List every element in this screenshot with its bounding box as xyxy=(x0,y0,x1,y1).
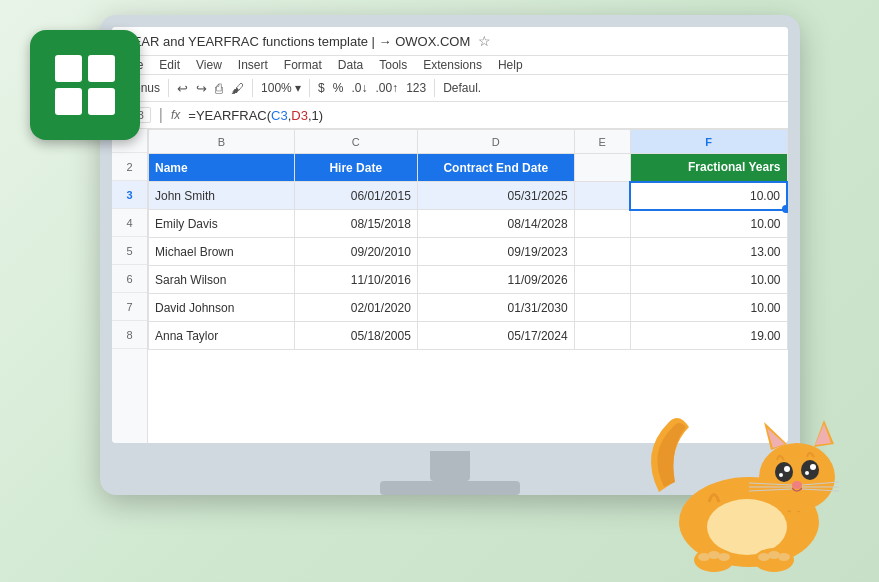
table-row: John Smith 06/01/2015 05/31/2025 10.00 xyxy=(149,182,788,210)
cell-name-7[interactable]: David Johnson xyxy=(149,294,295,322)
header-name[interactable]: Name xyxy=(149,154,295,182)
currency-button[interactable]: $ xyxy=(318,81,325,95)
cell-f-8[interactable]: 19.00 xyxy=(630,322,787,350)
cell-name-8[interactable]: Anna Taylor xyxy=(149,322,295,350)
monitor-base xyxy=(380,481,520,495)
cell-name-5[interactable]: Michael Brown xyxy=(149,238,295,266)
decimal-more-button[interactable]: .00↑ xyxy=(375,81,398,95)
toolbar: Menus ↩ ↪ ⎙ 🖌 100% ▾ $ % .0↓ .00↑ 123 De… xyxy=(112,75,788,102)
cell-hire-5[interactable]: 09/20/2010 xyxy=(294,238,417,266)
toolbar-divider-1 xyxy=(168,79,169,97)
grid-cell-4 xyxy=(88,88,115,115)
cell-hire-6[interactable]: 11/10/2016 xyxy=(294,266,417,294)
cat-eye-shine-right xyxy=(805,471,809,475)
cell-hire-4[interactable]: 08/15/2018 xyxy=(294,210,417,238)
cat-eye-highlight-left xyxy=(784,466,790,472)
row-number-4: 4 xyxy=(112,209,147,237)
menu-data[interactable]: Data xyxy=(338,58,363,72)
toolbar-divider-2 xyxy=(252,79,253,97)
cell-hire-8[interactable]: 05/18/2005 xyxy=(294,322,417,350)
cat-eye-left xyxy=(775,462,793,482)
sheets-logo xyxy=(30,30,140,140)
cell-f-4[interactable]: 10.00 xyxy=(630,210,787,238)
decimal-less-button[interactable]: .0↓ xyxy=(351,81,367,95)
cell-e-7 xyxy=(574,294,630,322)
cell-contract-4[interactable]: 08/14/2028 xyxy=(417,210,574,238)
cell-contract-7[interactable]: 01/31/2030 xyxy=(417,294,574,322)
formula-bar-separator: | xyxy=(159,106,163,124)
table-row: Sarah Wilson 11/10/2016 11/09/2026 10.00 xyxy=(149,266,788,294)
paint-format-icon[interactable]: 🖌 xyxy=(231,81,244,96)
cell-hire-7[interactable]: 02/01/2020 xyxy=(294,294,417,322)
cell-f-6[interactable]: 10.00 xyxy=(630,266,787,294)
undo-icon[interactable]: ↩ xyxy=(177,81,188,96)
cell-name-6[interactable]: Sarah Wilson xyxy=(149,266,295,294)
cat-svg xyxy=(629,392,849,572)
percent-button[interactable]: % xyxy=(333,81,344,95)
cat-decoration xyxy=(629,392,849,572)
formula-display[interactable]: =YEARFRAC(C3,D3,1) xyxy=(188,108,323,123)
row-numbers: 2 3 4 5 6 7 8 xyxy=(112,129,148,443)
menu-bar: File Edit View Insert Format Data Tools … xyxy=(112,56,788,75)
menu-insert[interactable]: Insert xyxy=(238,58,268,72)
cell-contract-6[interactable]: 11/09/2026 xyxy=(417,266,574,294)
formula-c3: C3 xyxy=(271,108,288,123)
table-row: David Johnson 02/01/2020 01/31/2030 10.0… xyxy=(149,294,788,322)
print-icon[interactable]: ⎙ xyxy=(215,81,223,96)
format-123-button[interactable]: 123 xyxy=(406,81,426,95)
cell-f-3-selected[interactable]: 10.00 xyxy=(630,182,787,210)
cell-f-3-value: 10.00 xyxy=(750,189,780,203)
font-selector[interactable]: Defaul. xyxy=(443,81,481,95)
grid-cell-2 xyxy=(88,55,115,82)
header-fractional-years[interactable]: Fractional Years xyxy=(630,154,787,182)
cell-f-7[interactable]: 10.00 xyxy=(630,294,787,322)
sheets-grid-icon xyxy=(55,55,115,115)
cat-eye-shine-left xyxy=(779,473,783,477)
col-header-e[interactable]: E xyxy=(574,130,630,154)
menu-format[interactable]: Format xyxy=(284,58,322,72)
cell-f-5[interactable]: 13.00 xyxy=(630,238,787,266)
table-row: Anna Taylor 05/18/2005 05/17/2024 19.00 xyxy=(149,322,788,350)
monitor-stand xyxy=(430,451,470,481)
header-contract-end[interactable]: Contract End Date xyxy=(417,154,574,182)
cat-belly xyxy=(707,499,787,555)
header-empty-e xyxy=(574,154,630,182)
menu-extensions[interactable]: Extensions xyxy=(423,58,482,72)
col-header-b[interactable]: B xyxy=(149,130,295,154)
toolbar-divider-3 xyxy=(309,79,310,97)
grid-cell-3 xyxy=(55,88,82,115)
row-number-6: 6 xyxy=(112,265,147,293)
cell-contract-3[interactable]: 05/31/2025 xyxy=(417,182,574,210)
column-headers-row: B C D E F xyxy=(149,130,788,154)
function-icon: fx xyxy=(171,108,180,122)
menu-help[interactable]: Help xyxy=(498,58,523,72)
cell-hire-3[interactable]: 06/01/2015 xyxy=(294,182,417,210)
menu-tools[interactable]: Tools xyxy=(379,58,407,72)
row-number-5: 5 xyxy=(112,237,147,265)
row-number-7: 7 xyxy=(112,293,147,321)
monitor-screen: YEAR and YEARFRAC functions template | →… xyxy=(112,27,788,443)
col-header-c[interactable]: C xyxy=(294,130,417,154)
col-header-d[interactable]: D xyxy=(417,130,574,154)
cat-paw-toe-6 xyxy=(778,553,790,561)
redo-icon[interactable]: ↪ xyxy=(196,81,207,96)
fill-handle[interactable] xyxy=(782,205,788,213)
cell-contract-8[interactable]: 05/17/2024 xyxy=(417,322,574,350)
row-number-2: 2 xyxy=(112,153,147,181)
menu-edit[interactable]: Edit xyxy=(159,58,180,72)
cell-contract-5[interactable]: 09/19/2023 xyxy=(417,238,574,266)
row-number-3: 3 xyxy=(112,181,147,209)
cell-name-3[interactable]: John Smith xyxy=(149,182,295,210)
star-icon[interactable]: ☆ xyxy=(478,33,491,49)
grid-cell-1 xyxy=(55,55,82,82)
cat-nose xyxy=(792,481,802,489)
cell-name-4[interactable]: Emily Davis xyxy=(149,210,295,238)
cell-e-6 xyxy=(574,266,630,294)
cell-e-3 xyxy=(574,182,630,210)
col-header-f[interactable]: F xyxy=(630,130,787,154)
cat-eye-right xyxy=(801,460,819,480)
header-row: Name Hire Date Contract End Date Fractio… xyxy=(149,154,788,182)
menu-view[interactable]: View xyxy=(196,58,222,72)
zoom-control[interactable]: 100% ▾ xyxy=(261,81,301,95)
header-hire-date[interactable]: Hire Date xyxy=(294,154,417,182)
